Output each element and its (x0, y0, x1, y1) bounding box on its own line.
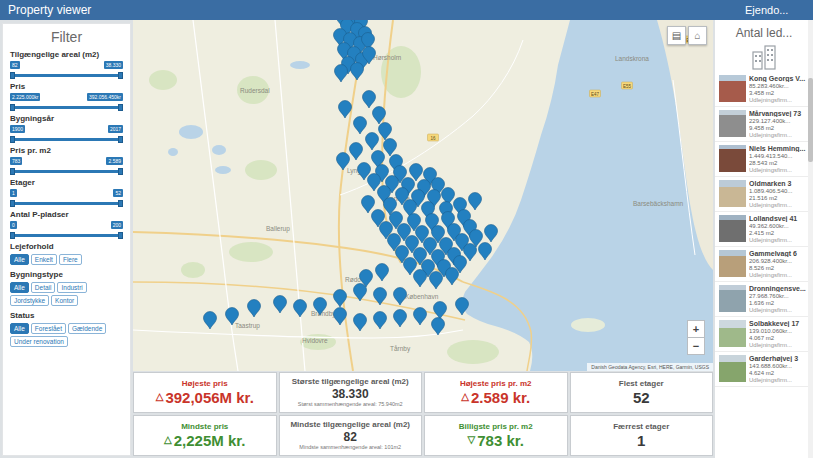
filter-button-alle[interactable]: Alle (10, 323, 29, 334)
slider-handle-max[interactable] (118, 232, 123, 239)
property-title: Niels Hemming... (749, 145, 810, 152)
property-area: 3.458 m2 (749, 90, 810, 96)
property-list-item[interactable]: Mårvangsvej 73 229.127.400k... 9.458 m2 … (715, 107, 813, 142)
property-agency: Udlejningsfirm... (749, 202, 810, 208)
range-slider-track[interactable] (11, 138, 122, 141)
slider-handle-min[interactable] (10, 104, 15, 111)
map-label: Tårnby (390, 345, 411, 353)
scrollbar-thumb[interactable] (808, 78, 813, 162)
stat-card-flest-etager: Flest etager 52 (570, 372, 714, 413)
property-price: 1.089.406.540... (749, 188, 810, 194)
stat-card-stoerste-areal: Største tilgængelige areal (m2) 38.330 S… (279, 372, 423, 413)
slider-handle-max[interactable] (118, 136, 123, 143)
filter-button-detail[interactable]: Detail (31, 282, 56, 293)
map-svg[interactable]: 16E47E55E6 HørsholmRudersdalLandskronaLy… (133, 20, 713, 371)
property-agency: Udlejningsfirm... (749, 132, 810, 138)
filter-button-jordstykke[interactable]: Jordstykke (10, 295, 49, 306)
slider-max-value: 2017 (108, 125, 123, 133)
layers-icon[interactable]: ▤ (667, 26, 686, 45)
slider-max-value: 392.056.450kr (87, 93, 123, 101)
filter-group-lejeforhold: Lejeforhold Alle Enkelt Flere (10, 242, 123, 265)
property-area: 28.543 m2 (749, 160, 810, 166)
range-slider-track[interactable] (11, 106, 122, 109)
slider-handle-max[interactable] (118, 104, 123, 111)
zoom-in-button[interactable]: + (687, 320, 705, 338)
slider-handle-max[interactable] (118, 72, 123, 79)
property-title: Oldmarken 3 (749, 180, 810, 187)
property-thumbnail (719, 75, 746, 102)
stat-title: Færrest etager (613, 423, 669, 432)
building-icon (749, 44, 779, 70)
property-list-item[interactable]: Niels Hemming... 1.449.413.540... 28.543… (715, 142, 813, 177)
map-label: Hvidovre (302, 337, 328, 344)
property-list-item[interactable]: Gammelvagt 6 206.928.400kr... 8.526 m2 U… (715, 247, 813, 282)
range-slider-track[interactable] (11, 234, 122, 237)
property-list-item[interactable]: Dronningensve... 27.968.760kr... 1.636 m… (715, 282, 813, 317)
filter-slider-pris-m2: Pris pr. m2 7832.589 (10, 146, 123, 173)
property-thumbnail (719, 285, 746, 312)
range-slider-track[interactable] (11, 74, 122, 77)
property-price: 229.127.400k... (749, 118, 810, 124)
stat-title: Største tilgængelige areal (m2) (292, 378, 409, 387)
route-shield: E55 (622, 82, 633, 89)
stat-card-billigste-pris-m2: Billigste pris pr. m2 ▽783 kr. (424, 415, 568, 456)
map-label: Barsebäckshamn (633, 200, 684, 207)
slider-handle-min[interactable] (10, 136, 15, 143)
map-view[interactable]: 16E47E55E6 HørsholmRudersdalLandskronaLy… (133, 20, 713, 371)
filter-button-gaeldende[interactable]: Gældende (68, 323, 106, 334)
stat-value: 783 kr. (477, 433, 524, 448)
slider-handle-min[interactable] (10, 200, 15, 207)
stat-title: Mindste pris (181, 423, 228, 432)
property-area: 1.636 m2 (749, 300, 810, 306)
slider-label: Bygningsår (10, 114, 123, 123)
range-slider-track[interactable] (11, 170, 122, 173)
filter-slider-p-pladser: Antal P-pladser 0200 (10, 210, 123, 237)
stat-value: 52 (633, 390, 650, 405)
scrollbar-track[interactable] (808, 20, 813, 458)
stat-value: 38.330 (332, 388, 369, 400)
property-thumbnail (719, 110, 746, 137)
route-shield: E47 (590, 90, 601, 97)
right-panel-header-title: Ejendo... (745, 4, 788, 16)
group-label: Status (10, 311, 123, 320)
property-title: Gammelvagt 6 (749, 250, 810, 257)
property-thumbnail (719, 320, 746, 347)
property-thumbnail (719, 355, 746, 382)
property-title: Mårvangsvej 73 (749, 110, 810, 117)
filter-button-flere[interactable]: Flere (59, 254, 82, 265)
property-title: Garderhøjvej 3 (749, 355, 810, 362)
slider-handle-min[interactable] (10, 232, 15, 239)
stat-card-mindste-areal: Mindste tilgængelige areal (m2) 82 Minds… (279, 415, 423, 456)
slider-handle-min[interactable] (10, 72, 15, 79)
home-icon[interactable]: ⌂ (688, 26, 707, 45)
filter-button-industri[interactable]: Industri (57, 282, 86, 293)
property-list-item[interactable]: Kong Georgs V... 85.283.460kr... 3.458 m… (715, 72, 813, 107)
filter-button-foreslaaet[interactable]: Foreslået (31, 323, 66, 334)
route-shield: 16 (428, 134, 439, 141)
property-list-item[interactable]: Oldmarken 3 1.089.406.540... 21.516 m2 U… (715, 177, 813, 212)
filter-button-alle[interactable]: Alle (10, 254, 29, 265)
property-list-item[interactable]: Garderhøjvej 3 143.688.600kr... 4.624 m2… (715, 352, 813, 387)
property-area: 8.526 m2 (749, 265, 810, 271)
svg-text:E47: E47 (591, 92, 600, 97)
zoom-out-button[interactable]: − (687, 338, 705, 355)
property-list-item[interactable]: Solbakkevej 17 139.010.060kr... 4.067 m2… (715, 317, 813, 352)
filter-button-enkelt[interactable]: Enkelt (31, 254, 57, 265)
stat-value: 2,225M kr. (174, 433, 246, 448)
slider-max-value: 38.330 (104, 61, 123, 69)
property-list-item[interactable]: Lollandsvej 41 49.362.600kr... 2.415 m2 … (715, 212, 813, 247)
slider-handle-max[interactable] (118, 168, 123, 175)
stat-value: 392,056M kr. (165, 390, 253, 405)
filter-slider-pris: Pris 2.225.000kr392.056.450kr (10, 82, 123, 109)
slider-max-value: 52 (113, 189, 123, 197)
slider-handle-min[interactable] (10, 168, 15, 175)
filter-slider-areal: Tilgængelige areal (m2) 8238.330 (10, 50, 123, 77)
property-area: 4.067 m2 (749, 335, 810, 341)
property-list-title: Antal led... (715, 26, 813, 40)
filter-button-alle[interactable]: Alle (10, 282, 29, 293)
slider-handle-max[interactable] (118, 200, 123, 207)
range-slider-track[interactable] (11, 202, 122, 205)
filter-button-under-renovation[interactable]: Under renovation (10, 336, 68, 347)
filter-button-kontor[interactable]: Kontor (51, 295, 78, 306)
slider-min-value: 0 (10, 221, 17, 229)
